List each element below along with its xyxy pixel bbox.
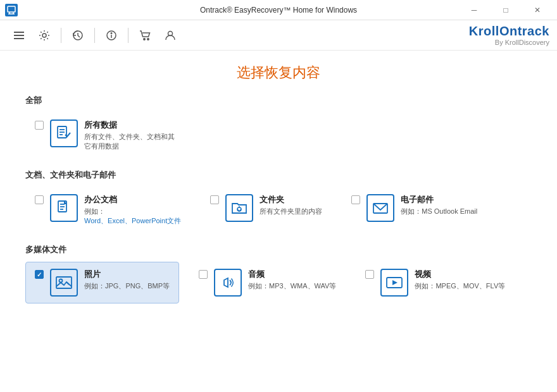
item-folders[interactable]: 文件夹 所有文件夹里的内容 xyxy=(201,187,332,229)
checkbox-photos[interactable] xyxy=(35,270,44,279)
toolbar-left xyxy=(8,24,182,47)
checkbox-video[interactable] xyxy=(365,270,374,279)
item-email-name: 电子邮件 xyxy=(401,194,477,205)
brand-name: KrollOntrack xyxy=(469,24,549,38)
item-photos-desc: 例如：JPG、PNG、BMP等 xyxy=(84,281,170,291)
page-title: 选择恢复内容 xyxy=(25,63,532,82)
item-video-desc: 例如：MPEG、MOV、FLV等 xyxy=(415,281,505,291)
svg-rect-0 xyxy=(8,6,15,12)
section-docs: 文档、文件夹和电子邮件 办公文档 例如： xyxy=(25,169,532,233)
icon-video xyxy=(380,269,408,297)
item-audio-name: 音频 xyxy=(248,269,336,280)
svg-point-11 xyxy=(111,32,112,34)
svg-point-27 xyxy=(59,279,63,283)
item-video[interactable]: 视频 例如：MPEG、MOV、FLV等 xyxy=(356,262,515,303)
titlebar-left xyxy=(5,4,18,16)
item-email-text: 电子邮件 例如：MS Outlook Email xyxy=(401,194,477,216)
section-docs-row: 办公文档 例如： Word、Excel、PowerPoint文件 xyxy=(25,187,532,233)
item-video-text: 视频 例如：MPEG、MOV、FLV等 xyxy=(415,269,505,291)
svg-rect-26 xyxy=(56,277,72,288)
cart-button[interactable] xyxy=(134,24,156,47)
item-email-desc: 例如：MS Outlook Email xyxy=(401,207,477,216)
separator-2 xyxy=(94,28,95,43)
svg-marker-29 xyxy=(392,280,397,285)
section-all-title: 全部 xyxy=(25,95,532,106)
info-button[interactable] xyxy=(100,24,123,47)
icon-email xyxy=(366,194,394,222)
minimize-button[interactable]: ─ xyxy=(460,0,489,20)
user-button[interactable] xyxy=(159,24,182,47)
section-docs-title: 文档、文件夹和电子邮件 xyxy=(25,169,532,181)
checkbox-email[interactable] xyxy=(351,195,360,204)
item-office-text: 办公文档 例如： Word、Excel、PowerPoint文件 xyxy=(84,194,181,226)
toolbar-right: KrollOntrack By KrollDiscovery xyxy=(469,24,549,46)
brand-logo: KrollOntrack By KrollDiscovery xyxy=(469,24,549,46)
svg-point-7 xyxy=(42,34,46,37)
toolbar: KrollOntrack By KrollDiscovery xyxy=(0,20,557,51)
item-email[interactable]: 电子邮件 例如：MS Outlook Email xyxy=(342,187,487,229)
item-all-data-desc2: 它有用数据 xyxy=(84,142,175,151)
item-photos-text: 照片 例如：JPG、PNG、BMP等 xyxy=(84,269,170,291)
item-office-name: 办公文档 xyxy=(84,194,181,205)
item-audio-text: 音频 例如：MP3、WMA、WAV等 xyxy=(248,269,336,291)
window-title: Ontrack® EasyRecovery™ Home for Windows xyxy=(200,6,357,15)
main-content: 选择恢复内容 全部 所有数据 所有文件、文件夹、文档和其 xyxy=(0,51,557,392)
window-controls: ─ □ ✕ xyxy=(460,0,552,20)
app-icon xyxy=(5,4,18,16)
item-photos[interactable]: 照片 例如：JPG、PNG、BMP等 xyxy=(25,262,179,303)
item-video-name: 视频 xyxy=(415,269,505,280)
item-office-desc: 例如： xyxy=(84,207,181,216)
settings-button[interactable] xyxy=(33,24,56,47)
section-all: 全部 所有数据 所有文件、文件夹、文档和其 它有用数据 xyxy=(25,95,532,158)
item-folders-name: 文件夹 xyxy=(260,194,322,205)
separator-1 xyxy=(61,28,61,43)
history-button[interactable] xyxy=(66,24,89,47)
section-media: 多媒体文件 照片 例如：JPG、PNG、BMP等 xyxy=(25,244,532,303)
icon-photos xyxy=(50,269,78,297)
menu-button[interactable] xyxy=(8,24,30,47)
item-photos-name: 照片 xyxy=(84,269,170,280)
section-media-title: 多媒体文件 xyxy=(25,244,532,255)
icon-office xyxy=(50,194,78,222)
section-all-row: 所有数据 所有文件、文件夹、文档和其 它有用数据 xyxy=(25,113,532,158)
icon-folders xyxy=(225,194,253,222)
icon-all-data xyxy=(50,119,78,147)
titlebar: Ontrack® EasyRecovery™ Home for Windows … xyxy=(0,0,557,20)
item-folders-text: 文件夹 所有文件夹里的内容 xyxy=(260,194,322,216)
close-button[interactable]: ✕ xyxy=(523,0,552,20)
separator-3 xyxy=(128,28,128,43)
section-media-row: 照片 例如：JPG、PNG、BMP等 音频 例如：MP3、WMA、WAV等 xyxy=(25,262,532,303)
item-all-data-name: 所有数据 xyxy=(84,119,175,131)
item-all-data[interactable]: 所有数据 所有文件、文件夹、文档和其 它有用数据 xyxy=(25,113,184,158)
icon-audio xyxy=(214,269,242,297)
brand-sub: By KrollDiscovery xyxy=(469,39,549,46)
checkbox-folders[interactable] xyxy=(210,195,219,204)
item-all-data-desc1: 所有文件、文件夹、文档和其 xyxy=(84,132,175,142)
svg-point-12 xyxy=(144,38,145,39)
checkbox-audio[interactable] xyxy=(199,270,208,279)
checkbox-all-data[interactable] xyxy=(35,121,44,130)
item-audio[interactable]: 音频 例如：MP3、WMA、WAV等 xyxy=(189,262,346,303)
checkbox-office[interactable] xyxy=(35,195,44,204)
svg-point-13 xyxy=(147,38,149,39)
item-audio-desc: 例如：MP3、WMA、WAV等 xyxy=(248,281,336,291)
maximize-button[interactable]: □ xyxy=(491,0,520,20)
item-folders-desc: 所有文件夹里的内容 xyxy=(260,207,322,216)
item-office-examples: Word、Excel、PowerPoint文件 xyxy=(84,216,181,226)
item-all-data-text: 所有数据 所有文件、文件夹、文档和其 它有用数据 xyxy=(84,119,175,151)
item-office-docs[interactable]: 办公文档 例如： Word、Excel、PowerPoint文件 xyxy=(25,187,191,233)
